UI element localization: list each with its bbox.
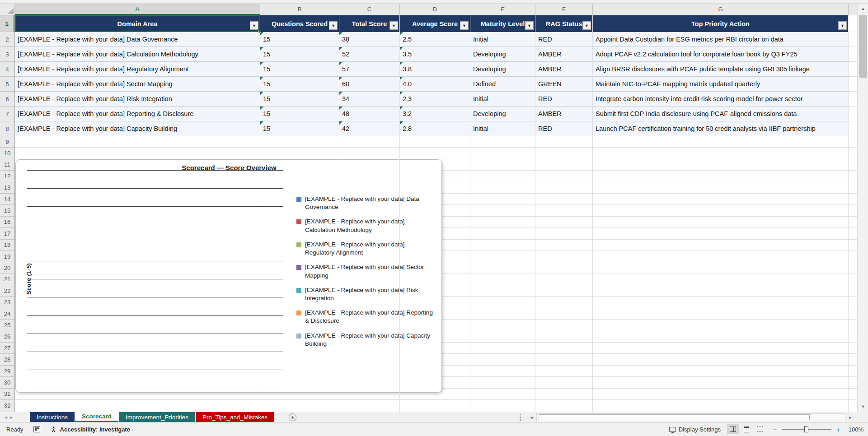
filter-dropdown-icon[interactable]: ▼ bbox=[582, 21, 591, 30]
cell-r5c7[interactable]: Maintain NIC-to-PCAF mapping matrix upda… bbox=[593, 77, 849, 92]
cell-r8c2[interactable]: 15 bbox=[260, 121, 339, 136]
row-header-31[interactable]: 31 bbox=[0, 389, 14, 400]
tab-nav-right-icon[interactable]: ► bbox=[5, 412, 17, 422]
cell-r3c5[interactable]: Developing bbox=[470, 47, 535, 62]
cell-r6c6[interactable]: RED bbox=[535, 92, 593, 107]
cell-r4c4[interactable]: 3.8 bbox=[400, 62, 470, 77]
row-header-30[interactable]: 30 bbox=[0, 377, 14, 388]
column-header-C[interactable]: C bbox=[339, 4, 400, 15]
cell-r7c7[interactable]: Submit first CDP India disclosure using … bbox=[593, 107, 849, 121]
display-settings-button[interactable]: Display Settings bbox=[669, 426, 721, 433]
filter-dropdown-icon[interactable]: ▼ bbox=[838, 21, 847, 30]
cell-r3c6[interactable]: AMBER bbox=[535, 47, 593, 62]
sheet-tab-improvement_priorities[interactable]: Improvement_Priorities bbox=[119, 412, 195, 422]
row-header-23[interactable]: 23 bbox=[0, 297, 14, 308]
cell-r5c6[interactable]: GREEN bbox=[535, 77, 593, 92]
row-header-6[interactable]: 6 bbox=[0, 92, 14, 107]
zoom-out-button[interactable]: − bbox=[772, 426, 778, 433]
horizontal-scrollbar-track[interactable] bbox=[536, 413, 845, 421]
row-header-28[interactable]: 28 bbox=[0, 354, 14, 365]
row-header-1[interactable]: 1 bbox=[0, 15, 14, 32]
cell-r6c2[interactable]: 15 bbox=[260, 92, 339, 107]
scroll-left-icon[interactable]: ◄ bbox=[526, 413, 536, 422]
cell-r3c1[interactable]: [EXAMPLE - Replace with your data] Calcu… bbox=[15, 47, 260, 62]
tab-scrollbar-splitter[interactable] bbox=[520, 414, 521, 421]
cell-r7c6[interactable]: AMBER bbox=[535, 107, 593, 121]
row-header-3[interactable]: 3 bbox=[0, 47, 14, 62]
page-layout-view-button[interactable] bbox=[741, 424, 752, 434]
cell-r2c1[interactable]: [EXAMPLE - Replace with your data] Data … bbox=[15, 32, 260, 47]
column-header-B[interactable]: B bbox=[260, 4, 339, 15]
row-header-15[interactable]: 15 bbox=[0, 205, 14, 216]
cell-r3c7[interactable]: Adopt PCAF v2.2 calculation tool for cor… bbox=[593, 47, 849, 62]
horizontal-scrollbar-thumb[interactable] bbox=[539, 414, 810, 420]
cell-r5c2[interactable]: 15 bbox=[260, 77, 339, 92]
cell-r4c3[interactable]: 57 bbox=[339, 62, 400, 77]
row-header-18[interactable]: 18 bbox=[0, 240, 14, 251]
zoom-slider-thumb[interactable] bbox=[804, 426, 808, 432]
cell-r2c3[interactable]: 38 bbox=[339, 32, 400, 47]
row-header-13[interactable]: 13 bbox=[0, 182, 14, 194]
cell-r2c4[interactable]: 2.5 bbox=[400, 32, 470, 47]
legend-item[interactable]: [EXAMPLE - Replace with your data] Capac… bbox=[296, 332, 435, 348]
column-header-G[interactable]: G bbox=[593, 4, 849, 15]
cell-r4c1[interactable]: [EXAMPLE - Replace with your data] Regul… bbox=[15, 62, 260, 77]
cell-r2c5[interactable]: Initial bbox=[470, 32, 535, 47]
row-header-27[interactable]: 27 bbox=[0, 343, 14, 354]
row-header-17[interactable]: 17 bbox=[0, 228, 14, 239]
row-header-12[interactable]: 12 bbox=[0, 171, 14, 182]
cell-r5c5[interactable]: Defined bbox=[470, 77, 535, 92]
filter-dropdown-icon[interactable]: ▼ bbox=[525, 21, 534, 30]
cell-r7c4[interactable]: 3.2 bbox=[400, 107, 470, 121]
legend-item[interactable]: [EXAMPLE - Replace with your data] Calcu… bbox=[296, 218, 435, 234]
scroll-up-icon[interactable]: ▲ bbox=[858, 4, 868, 14]
row-header-7[interactable]: 7 bbox=[0, 107, 14, 121]
row-header-5[interactable]: 5 bbox=[0, 77, 14, 92]
cell-r6c4[interactable]: 2.3 bbox=[400, 92, 470, 107]
cell-r8c7[interactable]: Launch PCAF certification training for 5… bbox=[593, 121, 849, 136]
row-header-32[interactable]: 32 bbox=[0, 400, 14, 411]
row-header-29[interactable]: 29 bbox=[0, 366, 14, 377]
cell-r4c5[interactable]: Developing bbox=[470, 62, 535, 77]
page-break-view-button[interactable] bbox=[754, 424, 766, 434]
row-header-11[interactable]: 11 bbox=[0, 159, 14, 171]
row-header-10[interactable]: 10 bbox=[0, 148, 14, 159]
filter-dropdown-icon[interactable]: ▼ bbox=[460, 21, 469, 30]
cell-r3c4[interactable]: 3.5 bbox=[400, 47, 470, 62]
cell-r2c7[interactable]: Appoint Data Custodian for ESG metrics p… bbox=[593, 32, 849, 47]
cell-r7c2[interactable]: 15 bbox=[260, 107, 339, 121]
add-sheet-button[interactable]: + bbox=[286, 412, 299, 422]
cell-r3c2[interactable]: 15 bbox=[260, 47, 339, 62]
row-header-24[interactable]: 24 bbox=[0, 308, 14, 320]
row-header-14[interactable]: 14 bbox=[0, 194, 14, 205]
cell-r7c1[interactable]: [EXAMPLE - Replace with your data] Repor… bbox=[15, 107, 260, 121]
cell-r2c6[interactable]: RED bbox=[535, 32, 593, 47]
cell-r2c2[interactable]: 15 bbox=[260, 32, 339, 47]
cell-r6c5[interactable]: Initial bbox=[470, 92, 535, 107]
row-header-4[interactable]: 4 bbox=[0, 62, 14, 77]
row-header-2[interactable]: 2 bbox=[0, 32, 14, 47]
select-all-button[interactable] bbox=[0, 4, 15, 15]
filter-dropdown-icon[interactable]: ▼ bbox=[329, 21, 338, 30]
row-header-16[interactable]: 16 bbox=[0, 217, 14, 228]
scroll-right-icon[interactable]: ► bbox=[845, 413, 855, 422]
accessibility-status[interactable]: Accessibility: Investigate bbox=[50, 426, 130, 433]
legend-item[interactable]: [EXAMPLE - Replace with your data] Secto… bbox=[296, 263, 435, 279]
row-header-21[interactable]: 21 bbox=[0, 274, 14, 285]
zoom-percent-label[interactable]: 100% bbox=[847, 426, 863, 433]
column-header-A[interactable]: A bbox=[15, 4, 260, 15]
row-header-26[interactable]: 26 bbox=[0, 331, 14, 343]
cell-r6c1[interactable]: [EXAMPLE - Replace with your data] Risk … bbox=[15, 92, 260, 107]
cell-r8c6[interactable]: RED bbox=[535, 121, 593, 136]
column-header-E[interactable]: E bbox=[470, 4, 535, 15]
row-header-20[interactable]: 20 bbox=[0, 262, 14, 274]
cell-r4c2[interactable]: 15 bbox=[260, 62, 339, 77]
normal-view-button[interactable] bbox=[727, 424, 739, 434]
cell-r5c4[interactable]: 4.0 bbox=[400, 77, 470, 92]
scroll-down-icon[interactable]: ▼ bbox=[858, 402, 868, 412]
cell-r8c1[interactable]: [EXAMPLE - Replace with your data] Capac… bbox=[15, 121, 260, 136]
row-header-22[interactable]: 22 bbox=[0, 285, 14, 297]
cell-r6c3[interactable]: 34 bbox=[339, 92, 400, 107]
vertical-scrollbar[interactable]: ▲ ▼ bbox=[857, 4, 868, 412]
cell-r7c3[interactable]: 48 bbox=[339, 107, 400, 121]
